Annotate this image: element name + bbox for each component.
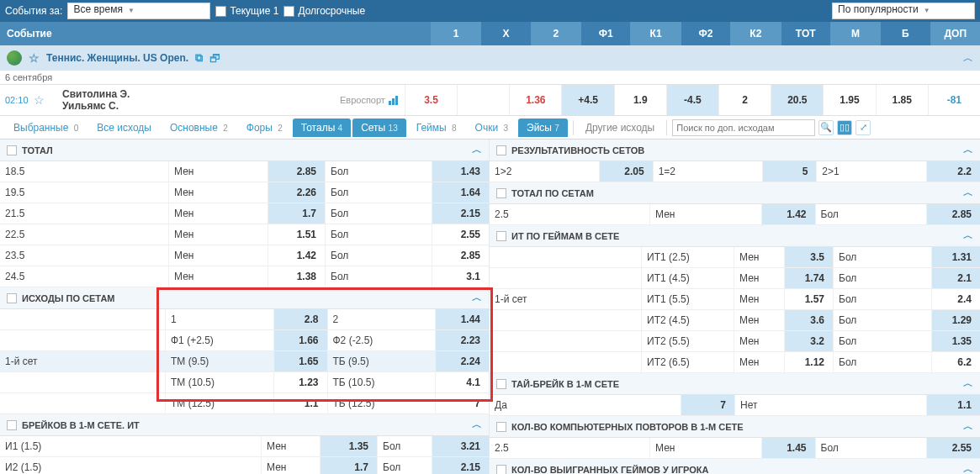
- tab-all[interactable]: Все исходы: [88, 118, 160, 137]
- tab-handicap[interactable]: Форы 2: [238, 118, 291, 137]
- section-total[interactable]: ТОТАЛ ︿: [0, 140, 489, 161]
- col-dop: ДОП: [930, 22, 980, 45]
- table-row: 22.5 Мен 1.51 Бол 2.55: [0, 224, 489, 245]
- odd-k2[interactable]: 2: [718, 85, 771, 115]
- section-totalbysets[interactable]: ТОТАЛ ПО СЕТАМ ︿: [490, 182, 980, 204]
- category-row[interactable]: ☆ Теннис. Женщины. US Open. ⧉ 🗗 ︿: [0, 45, 980, 71]
- match-time: 02:10: [5, 95, 29, 105]
- table-row: 19.5 Мен 2.26 Бол 1.64: [0, 182, 489, 203]
- col-x: Х: [480, 22, 530, 45]
- section-tiebreak[interactable]: ТАЙ-БРЕЙК В 1-М СЕТЕ ︿: [490, 373, 980, 395]
- tab-aces[interactable]: Эйсы 7: [518, 118, 568, 137]
- search-input[interactable]: [672, 119, 815, 136]
- odd-k1[interactable]: 1.9: [614, 85, 666, 115]
- odd-1[interactable]: 3.5: [405, 85, 457, 115]
- odd-f2[interactable]: -4.5: [666, 85, 718, 115]
- copy-icon[interactable]: ⧉: [195, 51, 203, 65]
- section-checkbox[interactable]: [7, 145, 17, 155]
- section-bysets[interactable]: ИСХОДЫ ПО СЕТАМ ︿: [0, 287, 489, 309]
- tab-selected[interactable]: Выбранные 0: [5, 118, 87, 137]
- odd-f1[interactable]: +4.5: [561, 85, 613, 115]
- col-k2: К2: [730, 22, 780, 45]
- longterm-checkbox[interactable]: Долгосрочные: [283, 5, 365, 17]
- tennis-icon: [7, 50, 22, 66]
- player-1: Свитолина Э.: [62, 88, 340, 100]
- stats-icon[interactable]: [389, 95, 398, 105]
- category-title: Теннис. Женщины. US Open.: [46, 52, 188, 64]
- columns-icon[interactable]: ▯▯: [837, 120, 852, 135]
- market-tabs: Выбранные 0 Все исходы Основные 2 Форы 2…: [0, 116, 980, 140]
- expand-icon[interactable]: ⤢: [856, 120, 871, 135]
- event-column-header: Событие: [0, 22, 431, 45]
- table-row: 24.5 Мен 1.38 Бол 3.1: [0, 266, 489, 287]
- col-f1: Ф1: [580, 22, 630, 45]
- chevron-up-icon[interactable]: ︿: [472, 418, 482, 432]
- bysets-table: 1 2.8 2 1.44 Ф1 (+2.5) 1.66 Ф2 (-2.5) 2.…: [0, 309, 489, 414]
- table-row: 23.5 Мен 1.42 Бол 2.85: [0, 245, 489, 266]
- other-markets-label: Другие исходы: [579, 122, 661, 134]
- player-2: Уильямс С.: [62, 100, 340, 112]
- table-row: 21.5 Мен 1.7 Бол 2.15: [0, 203, 489, 224]
- section-replays[interactable]: КОЛ-ВО КОМПЬЮТЕРНЫХ ПОВТОРОВ В 1-М СЕТЕ …: [490, 416, 980, 438]
- col-tot: ТОТ: [781, 22, 830, 45]
- tab-main[interactable]: Основные 2: [162, 118, 236, 137]
- section-setperf[interactable]: РЕЗУЛЬТАТИВНОСТЬ СЕТОВ ︿: [490, 140, 980, 161]
- tab-sets[interactable]: Сеты 13: [352, 118, 406, 137]
- channel-label: Евроспорт: [340, 95, 385, 105]
- set-label: 1-й сет: [490, 289, 641, 309]
- current-checkbox[interactable]: Текущие 1: [215, 5, 278, 17]
- section-itgames[interactable]: ИТ ПО ГЕЙМАМ В СЕТЕ ︿: [490, 225, 980, 247]
- sort-select[interactable]: По популярности: [832, 3, 975, 19]
- section-breaks[interactable]: БРЕЙКОВ В 1-М СЕТЕ. ИТ ︿: [0, 414, 489, 436]
- star-icon[interactable]: ☆: [29, 51, 40, 65]
- top-bar: События за: Все время Текущие 1 Долгосро…: [0, 0, 980, 22]
- set-label: 1-й сет: [0, 351, 165, 371]
- chevron-up-icon[interactable]: ︿: [472, 143, 482, 157]
- table-row: 18.5 Мен 2.85 Бол 1.43: [0, 161, 489, 182]
- tab-totals[interactable]: Тоталы 4: [293, 118, 351, 137]
- odd-2[interactable]: 1.36: [509, 85, 561, 115]
- link-icon[interactable]: 🗗: [209, 52, 220, 65]
- collapse-icon[interactable]: ︿: [963, 51, 973, 66]
- col-1: 1: [431, 22, 480, 45]
- col-b: Б: [880, 22, 930, 45]
- match-row: 02:10 ☆ Свитолина Э. Уильямс С. Евроспор…: [0, 85, 980, 116]
- odd-dop[interactable]: -81: [928, 85, 980, 115]
- col-k1: К1: [630, 22, 680, 45]
- date-label: 6 сентября: [0, 71, 980, 85]
- odd-m[interactable]: 1.95: [823, 85, 875, 115]
- col-m: М: [830, 22, 880, 45]
- odd-tot[interactable]: 20.5: [771, 85, 823, 115]
- section-wongames[interactable]: КОЛ-ВО ВЫИГРАННЫХ ГЕЙМОВ У ИГРОКА ︿: [490, 459, 980, 474]
- columns-header: Событие 1 Х 2 Ф1 К1 Ф2 К2 ТОТ М Б ДОП: [0, 22, 980, 45]
- search-icon[interactable]: 🔍: [818, 120, 834, 135]
- match-star-icon[interactable]: ☆: [34, 93, 45, 107]
- chevron-up-icon[interactable]: ︿: [472, 291, 482, 305]
- total-table: 18.5 Мен 2.85 Бол 1.43 19.5 Мен 2.26 Бол…: [0, 161, 489, 287]
- tab-points[interactable]: Очки 3: [467, 118, 516, 137]
- events-for-label: События за:: [5, 5, 62, 17]
- tab-games[interactable]: Геймы 8: [408, 118, 465, 137]
- col-2: 2: [531, 22, 580, 45]
- col-f2: Ф2: [681, 22, 730, 45]
- odd-x[interactable]: [457, 85, 509, 115]
- odd-b[interactable]: 1.85: [876, 85, 928, 115]
- time-range-select[interactable]: Все время: [67, 3, 210, 19]
